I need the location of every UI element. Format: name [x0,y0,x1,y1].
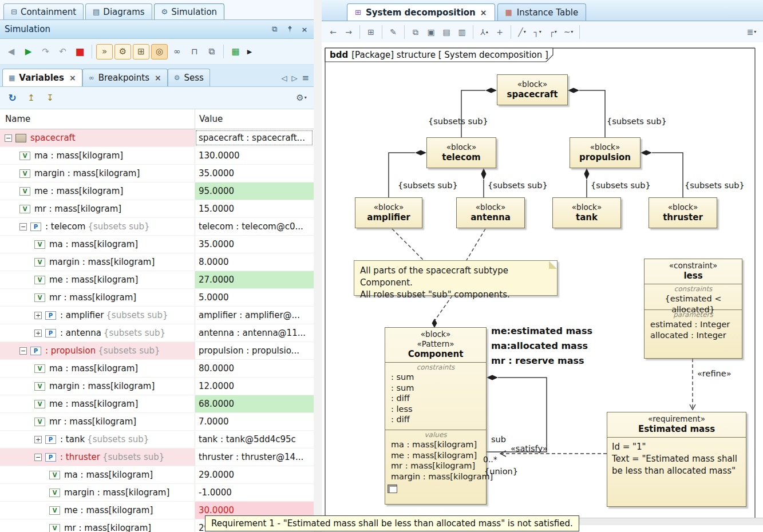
block-propulsion[interactable]: «block» propulsion [570,137,641,168]
block-thruster[interactable]: «block» thruster [649,197,717,228]
row-value-cell[interactable]: thruster : thruster@14... [195,448,314,466]
expand-icon[interactable]: + [34,436,42,443]
tab-simulation[interactable]: ⚙ Simulation [154,3,225,19]
close-icon[interactable]: × [155,73,161,82]
diagram-canvas[interactable]: bdd[Package] structure [ System decompos… [322,42,763,525]
tab-list-icon[interactable]: ≡ [302,73,309,83]
block-telecom[interactable]: «block» telecom [426,137,496,168]
row-value-cell[interactable]: tank : tank@5dd4c95c [195,431,314,448]
row-name-cell[interactable]: Vmr : mass[kilogram] [0,289,195,306]
row-name-cell[interactable]: Vme : mass[kilogram] [0,271,195,288]
tab-instance-table[interactable]: ▦ Instance Table [497,3,587,21]
restore-window-icon[interactable]: ⧉ [270,25,279,34]
options-gear-icon[interactable]: ⚙▾ [294,91,309,105]
add-shape-icon[interactable]: + [493,25,507,39]
row-value-cell[interactable]: 35.0000 [195,236,314,253]
row-name-cell[interactable]: +P: amplifier{subsets sub} [0,307,195,324]
open-diagram-icon[interactable]: ⧉ [204,45,219,59]
refresh-icon[interactable]: ↻ [5,91,20,105]
row-value-cell[interactable]: spacecraft : spacecraft... [195,129,314,146]
row-name-cell[interactable]: Vmr : mass[kilogram] [0,519,195,532]
line-curve-icon[interactable]: ~▾ [562,25,575,39]
block-tank[interactable]: «block» tank [552,197,621,228]
tab-session[interactable]: ⚙ Sess [168,69,210,86]
block-spacecraft[interactable]: «block» spacecraft [497,74,568,105]
row-name-cell[interactable]: Vmargin : mass[kilogram] [0,253,195,271]
row-value-cell[interactable]: 8.0000 [195,253,314,271]
collapse-icon[interactable]: − [19,347,27,355]
containment-sync-icon[interactable]: ⊞ [133,44,149,59]
export-results-icon[interactable]: ▦ [228,45,243,59]
step-into-icon[interactable]: ↶ [55,45,70,59]
requirement-estimated-mass[interactable]: «requirement» Estimated mass Id = "1" Te… [607,412,746,507]
line-style-oblique-icon[interactable]: ╱▾ [515,25,529,39]
more-actions-icon[interactable]: ▶ [245,45,254,59]
animation-toggle-icon[interactable]: ◎ [151,44,168,59]
row-name-cell[interactable]: Vmargin : mass[kilogram] [0,165,195,182]
layout-hierarchy-icon[interactable]: Y▾ [477,25,491,39]
layers-icon[interactable]: ≣▾ [745,25,758,39]
close-icon[interactable]: × [300,25,309,34]
pin-icon[interactable] [285,25,294,34]
row-value-cell[interactable]: 5.0000 [195,289,314,306]
row-value-cell[interactable]: 130.0000 [195,147,314,164]
row-value-cell[interactable]: antenna : antenna@11... [195,324,314,342]
tab-diagrams[interactable]: ▤ Diagrams [85,3,152,19]
row-name-cell[interactable]: Vma : mass[kilogram] [0,236,195,253]
expand-icon[interactable]: + [34,312,42,319]
scroll-tabs-right-icon[interactable]: ▷ [291,74,297,82]
tab-containment[interactable]: ⊟ Containment [3,3,84,19]
show-containment-icon[interactable]: ⊞ [364,25,378,39]
export-variables-icon[interactable]: ↥ [23,91,39,105]
nav-back-icon[interactable]: ← [326,25,340,39]
row-value-cell[interactable]: propulsion : propulsio... [195,342,314,359]
nav-forward-icon[interactable]: → [342,25,355,39]
tab-system-decomposition[interactable]: ⊞ System decomposition × [347,3,495,21]
row-name-cell[interactable]: Vma : mass[kilogram] [0,360,195,377]
line-style-rectilinear-icon[interactable]: ┐▾ [531,25,544,39]
import-variables-icon[interactable]: ↧ [42,91,58,105]
row-value-cell[interactable]: 12.0000 [195,378,314,395]
diagram-note[interactable]: All parts of the spacecraft subtype Comp… [354,260,558,296]
row-name-cell[interactable]: +P: tank{subsets sub} [0,431,195,448]
row-value-cell[interactable]: 7.0000 [195,413,314,430]
tab-breakpoints[interactable]: ∞ Breakpoints × [82,69,168,86]
nav-left-icon[interactable]: ◀ [3,45,19,59]
collapse-icon[interactable]: − [19,223,27,231]
row-name-cell[interactable]: −P: propulsion{subsets sub} [0,342,195,359]
row-name-cell[interactable]: Vme : mass[kilogram] [0,182,195,200]
paste-icon[interactable]: ▣ [424,25,438,39]
delete-icon[interactable]: ▥ [455,25,469,39]
lock-icon[interactable]: ⊓ [187,45,202,59]
row-value-cell[interactable]: 27.0000 [195,271,314,288]
block-amplifier[interactable]: «block» amplifier [355,197,422,228]
block-component[interactable]: «block» «Pattern» Component constraints … [385,327,487,505]
row-name-cell[interactable]: Vme : mass[kilogram] [0,502,195,519]
row-name-cell[interactable]: +P: antenna{subsets sub} [0,324,195,342]
breakpoints-view-icon[interactable]: ∞ [169,45,185,59]
scroll-tabs-left-icon[interactable]: ◁ [281,74,287,82]
simulation-config-icon[interactable]: ⚙ [114,44,131,59]
row-name-cell[interactable]: Vmargin : mass[kilogram] [0,378,195,395]
step-over-icon[interactable]: ↷ [38,45,53,59]
row-value-cell[interactable]: 68.0000 [195,395,314,412]
panel-splitter[interactable] [314,0,322,532]
constraint-block-less[interactable]: «constraint» less constraints {estimated… [644,259,742,359]
close-icon[interactable]: × [69,73,76,82]
row-name-cell[interactable]: Vme : mass[kilogram] [0,395,195,412]
expand-icon[interactable]: + [34,329,42,337]
row-name-cell[interactable]: −spacecraft [0,129,195,146]
row-name-cell[interactable]: −P: thruster{subsets sub} [0,448,195,466]
row-value-cell[interactable]: 29.0000 [195,466,314,483]
row-value-cell[interactable]: -1.0000 [195,484,314,501]
tab-variables[interactable]: ▦ Variables × [2,69,82,86]
row-value-cell[interactable]: 15.0000 [195,200,314,217]
terminate-icon[interactable]: ■ [72,45,88,59]
row-name-cell[interactable]: −P: telecom{subsets sub} [0,218,195,235]
copy-icon[interactable]: ⧉ [409,25,422,39]
line-corner-icon[interactable]: ┌▾ [546,25,560,39]
row-name-cell[interactable]: Vmargin : mass[kilogram] [0,484,195,501]
row-value-cell[interactable]: telecom : telecom@c0... [195,218,314,235]
run-icon[interactable]: ▶ [21,45,36,59]
collapse-icon[interactable]: − [34,454,42,461]
